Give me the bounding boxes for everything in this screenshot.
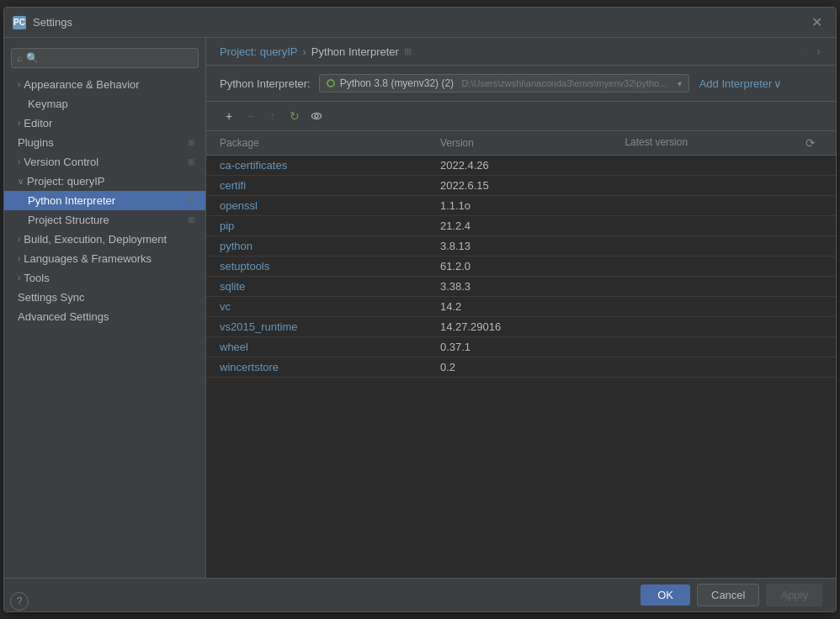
- package-name-cell: setuptools: [206, 257, 427, 277]
- sidebar-item-keymap[interactable]: Keymap: [4, 94, 205, 114]
- sidebar-item-label: Plugins: [18, 136, 54, 149]
- package-name-cell: python: [206, 236, 427, 257]
- interpreter-selector[interactable]: Python 3.8 (myenv32) (2) D:\Users\zwshi\…: [319, 74, 689, 93]
- interpreter-bar: Python Interpreter: Python 3.8 (myenv32)…: [206, 66, 836, 102]
- loading-spinner: ⟳: [805, 136, 816, 150]
- search-box[interactable]: ⌕: [11, 48, 199, 68]
- package-latest-cell: [611, 357, 836, 378]
- package-version-cell: 3.8.13: [427, 236, 611, 257]
- settings-dialog: PC Settings ✕ ⌕ › Appearance & Behavior …: [3, 7, 837, 612]
- package-version-cell: 14.27.29016: [427, 317, 611, 337]
- sidebar-item-label: Version Control: [24, 156, 98, 168]
- interpreter-label: Python Interpreter:: [220, 77, 311, 90]
- table-row[interactable]: certifi2022.6.15: [206, 176, 836, 196]
- breadcrumb-project[interactable]: Project: queryIP: [220, 45, 298, 58]
- sidebar-item-settings-sync[interactable]: Settings Sync: [4, 288, 205, 307]
- interpreter-status-dot: [327, 79, 335, 87]
- show-paths-button[interactable]: [307, 107, 326, 125]
- table-row[interactable]: pip21.2.4: [206, 216, 836, 236]
- cancel-button[interactable]: Cancel: [697, 584, 759, 606]
- up-button[interactable]: ↑: [263, 107, 282, 125]
- table-row[interactable]: wincertstore0.2: [206, 357, 836, 378]
- package-name-cell: wincertstore: [206, 357, 427, 378]
- search-icon: ⌕: [17, 52, 23, 64]
- package-version-cell: 3.38.3: [427, 277, 611, 297]
- arrow-icon: ›: [18, 254, 20, 263]
- arrow-icon: ›: [18, 235, 20, 244]
- svg-point-1: [315, 114, 318, 118]
- package-name-cell: certifi: [206, 176, 427, 196]
- app-icon: PC: [13, 16, 26, 29]
- refresh-button[interactable]: ↻: [285, 107, 304, 125]
- col-latest: Latest version ⟳: [611, 131, 836, 156]
- sidebar-item-tools[interactable]: › Tools: [4, 268, 205, 288]
- package-latest-cell: [611, 156, 836, 176]
- package-latest-cell: [611, 236, 836, 257]
- table-row[interactable]: vs2015_runtime14.27.29016: [206, 317, 836, 337]
- sidebar-item-appearance[interactable]: › Appearance & Behavior: [4, 75, 205, 94]
- arrow-icon: ›: [18, 119, 20, 128]
- table-row[interactable]: setuptools61.2.0: [206, 257, 836, 277]
- table-row[interactable]: wheel0.37.1: [206, 337, 836, 357]
- close-button[interactable]: ✕: [806, 13, 827, 32]
- external-icon: ⊞: [185, 195, 197, 207]
- sidebar-item-languages[interactable]: › Languages & Frameworks: [4, 249, 205, 268]
- package-version-cell: 21.2.4: [427, 216, 611, 236]
- table-row[interactable]: python3.8.13: [206, 236, 836, 257]
- search-input[interactable]: [26, 52, 193, 64]
- add-package-button[interactable]: +: [220, 107, 238, 125]
- package-version-cell: 2022.6.15: [427, 176, 611, 196]
- package-table-container: Package Version Latest version ⟳ ca-cert…: [206, 131, 836, 578]
- help-button[interactable]: ?: [10, 592, 29, 611]
- sidebar-item-label: Project Structure: [28, 214, 109, 226]
- table-row[interactable]: openssl1.1.1o: [206, 196, 836, 216]
- ok-button[interactable]: OK: [641, 585, 690, 606]
- arrow-icon: ›: [18, 273, 20, 283]
- table-row[interactable]: ca-certificates2022.4.26: [206, 156, 836, 176]
- sidebar-item-label: Project: queryIP: [27, 175, 105, 188]
- arrow-icon: ∨: [18, 177, 24, 186]
- external-icon: ⊞: [185, 156, 197, 168]
- table-row[interactable]: sqlite3.38.3: [206, 277, 836, 297]
- package-latest-cell: [611, 277, 836, 297]
- forward-arrow[interactable]: ›: [815, 45, 822, 58]
- package-name-cell: vc: [206, 297, 427, 317]
- dialog-body: ⌕ › Appearance & Behavior Keymap › Edito…: [4, 38, 836, 578]
- package-name-cell: ca-certificates: [206, 156, 427, 176]
- sidebar-item-label: Appearance & Behavior: [24, 78, 139, 91]
- package-version-cell: 0.2: [427, 357, 611, 378]
- package-latest-cell: [611, 297, 836, 317]
- package-version-cell: 1.1.1o: [427, 196, 611, 216]
- package-table: Package Version Latest version ⟳ ca-cert…: [206, 131, 836, 378]
- table-row[interactable]: vc14.2: [206, 297, 836, 317]
- breadcrumb: Project: queryIP › Python Interpreter ⊞ …: [206, 38, 836, 66]
- apply-button[interactable]: Apply: [766, 584, 822, 606]
- nav-arrows: ‹ ›: [801, 45, 822, 58]
- package-toolbar: + − ↑ ↻: [206, 102, 836, 131]
- titlebar: PC Settings ✕: [4, 8, 836, 38]
- dropdown-arrow-icon: ▾: [678, 79, 682, 88]
- package-version-cell: 14.2: [427, 297, 611, 317]
- sidebar-item-build-exec[interactable]: › Build, Execution, Deployment: [4, 230, 205, 249]
- arrow-icon: ›: [18, 80, 20, 89]
- back-arrow[interactable]: ‹: [801, 45, 809, 58]
- package-name-cell: pip: [206, 216, 427, 236]
- sidebar-item-plugins[interactable]: Plugins ⊞: [4, 133, 205, 152]
- sidebar-item-label: Build, Execution, Deployment: [24, 233, 167, 246]
- sidebar-item-project-structure[interactable]: Project Structure ⊞: [4, 210, 205, 230]
- sidebar-item-label: Languages & Frameworks: [24, 252, 152, 265]
- package-latest-cell: [611, 176, 836, 196]
- package-latest-cell: [611, 317, 836, 337]
- add-interpreter-button[interactable]: Add Interpreter ∨: [699, 77, 783, 90]
- package-name-cell: wheel: [206, 337, 427, 357]
- sidebar-item-label: Settings Sync: [18, 291, 85, 304]
- sidebar-item-advanced-settings[interactable]: Advanced Settings: [4, 307, 205, 326]
- sidebar-item-python-interpreter[interactable]: Python Interpreter ⊞: [4, 191, 205, 210]
- sidebar-item-label: Advanced Settings: [18, 310, 109, 323]
- sidebar-item-label: Editor: [24, 117, 52, 130]
- main-content: Project: queryIP › Python Interpreter ⊞ …: [206, 38, 836, 578]
- sidebar-item-project[interactable]: ∨ Project: queryIP: [4, 172, 205, 191]
- sidebar-item-version-control[interactable]: › Version Control ⊞: [4, 152, 205, 172]
- sidebar-item-editor[interactable]: › Editor: [4, 114, 205, 133]
- remove-package-button[interactable]: −: [242, 107, 260, 125]
